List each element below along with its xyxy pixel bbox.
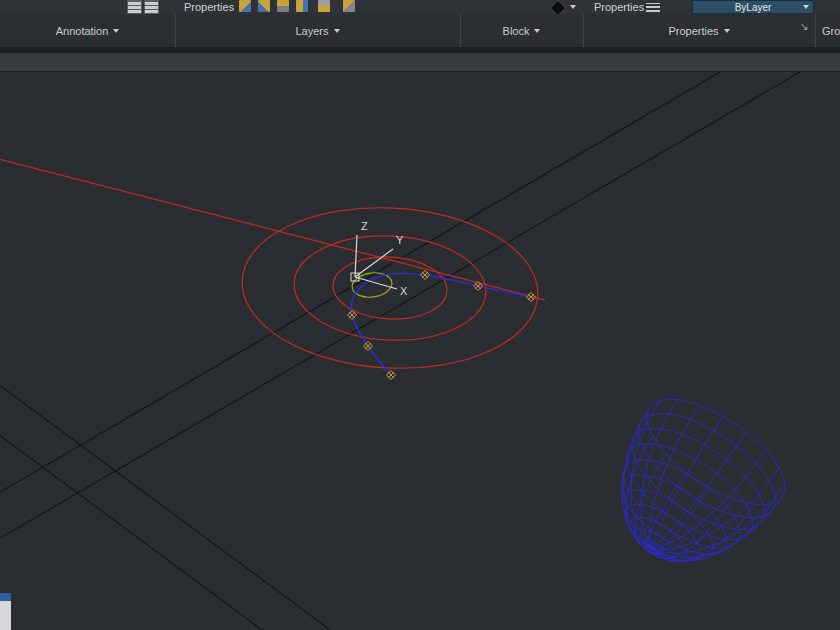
panel-groups[interactable]: Gro (815, 14, 840, 47)
panel-annotation[interactable]: Annotation (0, 14, 176, 47)
svg-text:Y: Y (396, 234, 404, 246)
cells-icon[interactable] (144, 0, 159, 14)
panel-block[interactable]: Block (460, 14, 584, 47)
chevron-down-icon (334, 29, 340, 33)
table-icon[interactable] (127, 0, 142, 14)
palette-titlebar-icon (0, 593, 11, 601)
layer-tool-icon-6[interactable] (343, 0, 355, 12)
file-tab-strip (0, 53, 840, 72)
panel-annotation-label: Annotation (56, 25, 109, 37)
layer-tool-icon-4[interactable] (296, 0, 308, 12)
iso-construction-lines[interactable] (0, 72, 800, 630)
panel-layers[interactable]: Layers (175, 14, 461, 47)
svg-text:Z: Z (361, 220, 368, 232)
svg-text:X: X (400, 285, 408, 297)
bylayer-dropdown-value: ByLayer (735, 2, 772, 13)
ribbon-top-row: Properties Properties ByLayer (0, 0, 840, 14)
docked-palette-fragment[interactable] (0, 593, 11, 630)
autocad-window: Properties Properties ByLayer Annotation… (0, 0, 840, 630)
layer-properties-label: Properties (184, 1, 234, 13)
panel-groups-label: Gro (822, 25, 840, 37)
chevron-down-icon (534, 29, 540, 33)
properties-group-label: Properties (594, 1, 644, 13)
mesh-dome[interactable] (622, 399, 785, 561)
chevron-down-icon[interactable] (570, 5, 576, 9)
list-icon[interactable] (646, 3, 660, 12)
ribbon-panel-row: Annotation Layers Block Properties Gro ↘ (0, 14, 840, 47)
chevron-down-icon (803, 5, 809, 9)
panel-properties-label: Properties (668, 25, 718, 37)
layer-tool-icon-1[interactable] (239, 0, 251, 12)
point-markers[interactable] (348, 271, 536, 380)
layer-tool-icon-2[interactable] (258, 0, 270, 12)
dialog-launcher-icon[interactable]: ↘ (800, 22, 808, 32)
bylayer-dropdown[interactable]: ByLayer (692, 0, 814, 14)
chevron-down-icon (724, 29, 730, 33)
panel-block-label: Block (503, 25, 530, 37)
panel-layers-label: Layers (295, 25, 328, 37)
panel-properties[interactable]: Properties (583, 14, 816, 47)
red-construction-line[interactable] (0, 158, 545, 300)
drawing-canvas[interactable]: ZYX (0, 72, 840, 630)
layer-tool-icon-3[interactable] (277, 0, 289, 12)
lock-icon[interactable] (318, 0, 330, 12)
chevron-down-icon (113, 29, 119, 33)
spline-curve[interactable] (351, 273, 531, 375)
